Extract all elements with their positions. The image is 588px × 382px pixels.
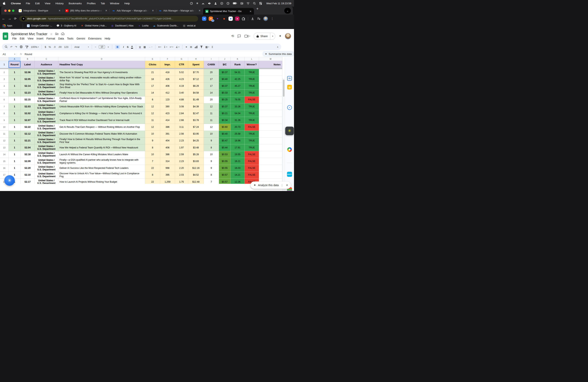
spark-extension-icon[interactable]: ✳ [285, 127, 294, 135]
table-cell[interactable]: United States / U.S. Department [35, 110, 58, 117]
table-cell[interactable]: 418 [160, 69, 175, 76]
comments-icon[interactable] [237, 34, 241, 38]
decrease-font-size-button[interactable]: − [95, 45, 96, 48]
text-wrap-button[interactable]: ↩▾ [170, 45, 173, 48]
flame-extension-icon[interactable]: ◆ [222, 17, 226, 21]
header-cell[interactable]: Round [9, 61, 21, 68]
table-cell[interactable]: Deliver AI Success Like the Most Respect… [58, 165, 145, 172]
summarize-data-button[interactable]: ✦ Summarize this data [262, 51, 294, 57]
header-cell[interactable]: Rank [231, 61, 245, 68]
analyze-data-popup[interactable]: ✦ Analyze this data ⋮ ✕ [251, 181, 291, 189]
downloads-icon[interactable] [251, 17, 254, 21]
table-cell[interactable]: Stop Waiting for the “Perfect Time” to S… [58, 83, 145, 89]
table-cell[interactable]: TRUE [245, 138, 259, 144]
table-cell[interactable]: 5.02 [175, 69, 188, 76]
table-cell[interactable]: 10 [145, 131, 160, 138]
table-cell[interactable]: 8 [145, 144, 160, 151]
url-bar[interactable]: ⚙ docs.google.com/spreadsheets/d/1LF3eu4… [19, 16, 198, 21]
table-cell[interactable]: 33.26 [231, 103, 245, 110]
chrome-profile-avatar[interactable] [263, 16, 268, 21]
window-controls[interactable] [4, 10, 14, 12]
table-cell[interactable] [259, 90, 282, 96]
print-button[interactable] [20, 45, 23, 48]
table-cell[interactable]: 404 [160, 138, 175, 144]
table-cell[interactable]: 9 [145, 138, 160, 144]
control-center-icon[interactable] [259, 2, 262, 5]
row-number[interactable]: 8 [0, 110, 9, 117]
table-cell[interactable]: FALSE [245, 124, 259, 131]
table-cell[interactable]: 426 [160, 76, 175, 83]
table-cell[interactable]: 20 [204, 96, 219, 103]
row-number[interactable]: 10 [0, 124, 9, 131]
back-button[interactable]: ← [2, 17, 5, 21]
browser-tab[interactable]: ∞Ads Manager – Manage ads –✕ [156, 7, 203, 15]
table-cell[interactable] [259, 138, 282, 144]
popup-menu-icon[interactable]: ⋮ [281, 184, 284, 187]
functions-button[interactable]: Σ [211, 45, 213, 48]
row-number[interactable]: 1 [0, 61, 9, 68]
openai-icon[interactable]: ✳ [196, 2, 199, 5]
table-cell[interactable]: 54.31 [231, 69, 245, 76]
header-cell[interactable]: Notes [259, 61, 282, 68]
table-cell[interactable]: TRUE [245, 110, 259, 117]
menubar-item-file[interactable]: File [26, 2, 30, 5]
header-cell[interactable]: CTR [175, 61, 188, 68]
table-cell[interactable]: $0.33 [219, 90, 231, 96]
menubar-item-tab[interactable]: Tab [101, 2, 105, 5]
column-header-H[interactable]: H [188, 57, 204, 61]
table-cell[interactable]: $0.47 [219, 138, 231, 144]
table-cell[interactable]: $0.44 [219, 144, 231, 151]
table-cell[interactable]: $5.28 [188, 151, 204, 158]
tasks-icon[interactable]: ✓ [287, 105, 292, 110]
table-cell[interactable]: 4.23 [175, 76, 188, 83]
table-cell[interactable]: 1 [9, 165, 21, 172]
calendar-icon[interactable]: 31 [287, 76, 292, 81]
version-history-icon[interactable]: ⟲ [231, 34, 234, 38]
zoom-select[interactable]: 100%▾ [31, 45, 39, 48]
insert-chart-button[interactable] [195, 45, 198, 48]
table-cell[interactable]: FALSE [245, 96, 259, 103]
menubar-item-chrome[interactable]: Chrome [11, 2, 21, 5]
insert-comment-button[interactable]: ⊞ [190, 45, 192, 48]
cloud-saved-icon[interactable] [61, 32, 64, 36]
tab-search-chevron-icon[interactable]: ⌄ [284, 8, 291, 14]
column-header-L[interactable]: L [245, 57, 259, 61]
table-cell[interactable]: S2.10 [21, 172, 35, 179]
glasses-extension-icon[interactable]: ☻ [229, 17, 233, 21]
table-cell[interactable] [259, 83, 282, 89]
bold-button[interactable]: B [115, 45, 120, 49]
sheets-menu-file[interactable]: File [11, 37, 18, 40]
table-cell[interactable]: 2.84 [175, 110, 188, 117]
table-cell[interactable]: $7.12 [188, 76, 204, 83]
move-folder-icon[interactable] [55, 32, 58, 36]
tab-close-icon[interactable]: ✕ [249, 10, 252, 13]
header-cell[interactable]: C/400i [204, 61, 219, 68]
sheets-menu-format[interactable]: Format [45, 37, 56, 40]
table-cell[interactable]: $6.29 [188, 83, 204, 89]
table-cell[interactable]: United States / U.S. Department [35, 158, 58, 165]
table-cell[interactable]: United States / U.S. Department [35, 151, 58, 158]
strikethrough-button[interactable]: S [127, 45, 129, 48]
redo-button[interactable]: ↷ [15, 45, 17, 48]
table-cell[interactable]: TRUE [245, 90, 259, 96]
new-tab-button[interactable]: + [254, 7, 261, 15]
table-cell[interactable]: 423 [160, 110, 175, 117]
table-cell[interactable]: 2.66 [175, 117, 188, 124]
table-cell[interactable]: 406 [160, 83, 175, 89]
borders-button[interactable]: ▦ [144, 45, 146, 48]
table-cell[interactable]: 41.19 [231, 90, 245, 96]
table-cell[interactable]: United States / U.S. Department [35, 76, 58, 83]
sheets-menu-tools[interactable]: Tools [66, 37, 75, 40]
table-cell[interactable]: 45.27 [231, 83, 245, 89]
table-cell[interactable]: S2.14 [21, 83, 35, 89]
table-cell[interactable]: 17 [145, 83, 160, 89]
table-cell[interactable]: $0.34 [219, 117, 231, 124]
hubspot-extension-icon[interactable]: ✳3 [209, 17, 213, 21]
bookmark-gojiberry[interactable]: 💬3 - Gojiberry AI [56, 24, 76, 27]
table-cell[interactable]: $0.55 [219, 165, 231, 172]
reading-list-icon[interactable] [257, 17, 261, 21]
table-cell[interactable]: The Secret to Showing Real ROI on Your A… [58, 69, 145, 76]
mountain-icon[interactable] [202, 2, 205, 5]
table-cell[interactable]: $0.57 [219, 172, 231, 179]
table-cell[interactable]: $0.60 [219, 124, 231, 131]
